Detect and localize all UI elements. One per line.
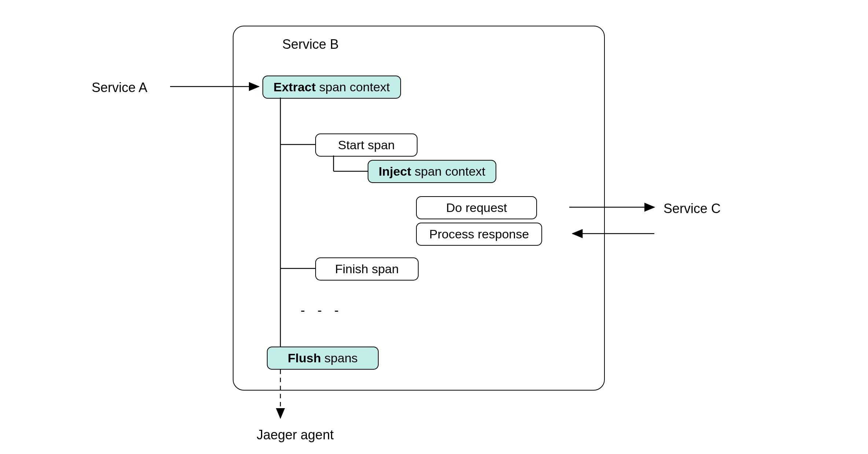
extract-bold: Extract xyxy=(273,80,316,94)
start-span-text: Start span xyxy=(338,138,395,152)
flush-node: Flush spans xyxy=(267,347,379,370)
process-response-text: Process response xyxy=(429,227,529,241)
inject-node: Inject span context xyxy=(368,160,496,183)
extract-rest: span context xyxy=(316,80,390,94)
process-response-node: Process response xyxy=(416,223,542,246)
inject-rest: span context xyxy=(411,164,485,178)
inject-bold: Inject xyxy=(379,164,411,178)
flush-rest: spans xyxy=(321,351,358,365)
service-c-label: Service C xyxy=(663,201,721,216)
flush-bold: Flush xyxy=(288,351,321,365)
do-request-text: Do request xyxy=(446,201,507,215)
start-span-node: Start span xyxy=(315,133,418,157)
finish-span-node: Finish span xyxy=(315,257,419,281)
service-a-label: Service A xyxy=(92,80,147,95)
service-b-label: Service B xyxy=(282,37,339,52)
do-request-node: Do request xyxy=(416,196,537,219)
tracing-flow-diagram: Service A Service B Service C Jaeger age… xyxy=(0,0,868,454)
finish-span-text: Finish span xyxy=(335,262,399,276)
ellipsis-label: - - - xyxy=(301,303,343,318)
extract-node: Extract span context xyxy=(262,76,401,99)
jaeger-agent-label: Jaeger agent xyxy=(257,427,334,443)
